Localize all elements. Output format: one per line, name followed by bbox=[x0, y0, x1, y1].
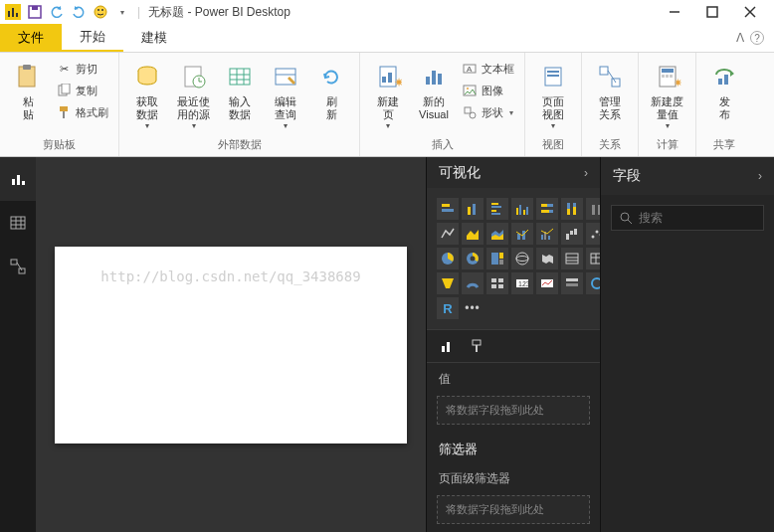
viz-stacked-area[interactable] bbox=[486, 223, 508, 245]
nav-report[interactable] bbox=[0, 157, 36, 201]
svg-rect-64 bbox=[11, 260, 17, 265]
value-drop-zone[interactable]: 将数据字段拖到此处 bbox=[437, 396, 590, 425]
svg-rect-120 bbox=[491, 284, 496, 288]
minimize-button[interactable] bbox=[665, 2, 684, 22]
viz-kpi[interactable] bbox=[536, 272, 558, 294]
viz-line[interactable] bbox=[437, 223, 459, 245]
group-relationships: 管理 关系 关系 bbox=[582, 53, 639, 156]
publish-button[interactable]: 发 布 bbox=[702, 57, 746, 125]
format-painter-button[interactable]: 格式刷 bbox=[56, 102, 108, 122]
svg-text:✷: ✷ bbox=[674, 77, 681, 89]
svg-rect-128 bbox=[442, 346, 445, 352]
viz-funnel[interactable] bbox=[437, 272, 459, 294]
svg-rect-54 bbox=[718, 79, 722, 85]
viz-line-clustered[interactable] bbox=[536, 223, 558, 245]
textbox-button[interactable]: A文本框 bbox=[462, 59, 514, 79]
page-view-button[interactable]: 页面 视图▾ bbox=[531, 57, 575, 134]
ribbon-collapse[interactable]: ᐱ ? bbox=[726, 24, 774, 52]
redo-icon[interactable] bbox=[70, 3, 88, 21]
quick-access-toolbar: ▾ | bbox=[4, 3, 142, 21]
group-external-data: 获取 数据▾ 最近使 用的源▾ 输入 数据 编辑 查询▾ 刷 新 外部数据 bbox=[119, 53, 360, 156]
viz-donut[interactable] bbox=[462, 248, 484, 269]
viz-100-column[interactable] bbox=[561, 198, 583, 220]
svg-point-132 bbox=[621, 213, 629, 221]
recent-icon bbox=[178, 61, 210, 92]
get-data-icon bbox=[131, 61, 163, 92]
svg-rect-82 bbox=[541, 210, 549, 213]
fields-pane-header[interactable]: 字段 › bbox=[601, 157, 774, 195]
viz-pie[interactable] bbox=[437, 248, 459, 269]
viz-map[interactable] bbox=[511, 248, 533, 269]
cut-button[interactable]: ✂剪切 bbox=[56, 59, 108, 79]
viz-r[interactable]: R bbox=[437, 297, 459, 319]
smiley-icon[interactable] bbox=[92, 3, 109, 21]
viz-clustered-bar[interactable] bbox=[486, 198, 508, 220]
viz-gauge[interactable] bbox=[462, 272, 484, 294]
viz-filled-map[interactable] bbox=[536, 248, 558, 269]
svg-rect-58 bbox=[22, 181, 25, 185]
shape-button[interactable]: 形状▾ bbox=[462, 102, 514, 122]
save-icon[interactable] bbox=[26, 3, 44, 21]
recent-sources-button[interactable]: 最近使 用的源▾ bbox=[171, 57, 216, 134]
viz-more[interactable]: ••• bbox=[462, 297, 484, 319]
viz-tab-fields[interactable] bbox=[439, 338, 455, 354]
copy-icon bbox=[56, 83, 72, 98]
svg-rect-10 bbox=[707, 7, 717, 17]
tab-file[interactable]: 文件 bbox=[0, 24, 62, 52]
new-measure-button[interactable]: ✷新建度 量值▾ bbox=[645, 57, 689, 134]
svg-rect-80 bbox=[541, 204, 547, 207]
edit-query-button[interactable]: 编辑 查询▾ bbox=[264, 57, 307, 134]
nav-relationships[interactable] bbox=[0, 245, 36, 288]
svg-rect-73 bbox=[491, 210, 496, 212]
get-data-button[interactable]: 获取 数据▾ bbox=[125, 57, 169, 134]
report-page[interactable] bbox=[55, 247, 407, 443]
svg-rect-107 bbox=[499, 253, 503, 259]
group-clipboard: 粘 贴 ✂剪切 复制 格式刷 剪贴板 bbox=[0, 53, 119, 156]
enter-data-button[interactable]: 输入 数据 bbox=[218, 57, 262, 125]
refresh-button[interactable]: 刷 新 bbox=[309, 57, 353, 125]
viz-treemap[interactable] bbox=[486, 248, 508, 269]
viz-clustered-column[interactable] bbox=[511, 198, 533, 220]
refresh-icon bbox=[315, 61, 347, 92]
viz-line-column[interactable] bbox=[511, 223, 533, 245]
svg-rect-119 bbox=[498, 278, 503, 282]
search-input[interactable] bbox=[639, 211, 774, 225]
viz-pane-header[interactable]: 可视化 › bbox=[427, 157, 600, 188]
viz-slicer[interactable] bbox=[561, 272, 583, 294]
tab-modeling[interactable]: 建模 bbox=[123, 24, 185, 52]
svg-rect-69 bbox=[468, 207, 471, 215]
value-label: 值 bbox=[427, 363, 600, 392]
svg-rect-126 bbox=[566, 283, 578, 286]
fields-search[interactable] bbox=[611, 205, 764, 231]
nav-data[interactable] bbox=[0, 201, 36, 245]
svg-rect-130 bbox=[473, 340, 481, 345]
maximize-button[interactable] bbox=[702, 2, 722, 22]
svg-rect-33 bbox=[426, 77, 430, 85]
undo-icon[interactable] bbox=[48, 3, 66, 21]
viz-waterfall[interactable] bbox=[561, 223, 583, 245]
viz-table[interactable] bbox=[561, 248, 583, 269]
manage-relationships-button[interactable]: 管理 关系 bbox=[588, 57, 632, 125]
new-page-button[interactable]: ✷新建 页▾ bbox=[366, 57, 410, 134]
chevron-right-icon: › bbox=[584, 166, 588, 180]
svg-point-8 bbox=[101, 9, 103, 11]
viz-stacked-column[interactable] bbox=[462, 198, 484, 220]
new-visual-button[interactable]: 新的 Visual bbox=[412, 57, 456, 125]
viz-multi-card[interactable] bbox=[486, 272, 508, 294]
viz-tab-format[interactable] bbox=[469, 338, 484, 354]
qat-dropdown-icon[interactable]: ▾ bbox=[113, 3, 131, 21]
canvas[interactable]: http://blog.csdn.net/qq_3438689 bbox=[36, 157, 426, 532]
viz-card[interactable]: 123 bbox=[511, 272, 533, 294]
svg-point-110 bbox=[516, 257, 528, 262]
svg-rect-108 bbox=[499, 260, 503, 265]
filter-drop-zone[interactable]: 将数据字段拖到此处 bbox=[437, 495, 590, 524]
svg-rect-98 bbox=[570, 231, 573, 235]
paste-button[interactable]: 粘 贴 bbox=[6, 57, 50, 125]
close-button[interactable] bbox=[740, 2, 760, 22]
viz-stacked-bar[interactable] bbox=[437, 198, 459, 220]
viz-100-bar[interactable] bbox=[536, 198, 558, 220]
copy-button[interactable]: 复制 bbox=[56, 81, 108, 100]
image-button[interactable]: 图像 bbox=[462, 81, 514, 100]
viz-area[interactable] bbox=[462, 223, 484, 245]
tab-home[interactable]: 开始 bbox=[62, 24, 123, 52]
